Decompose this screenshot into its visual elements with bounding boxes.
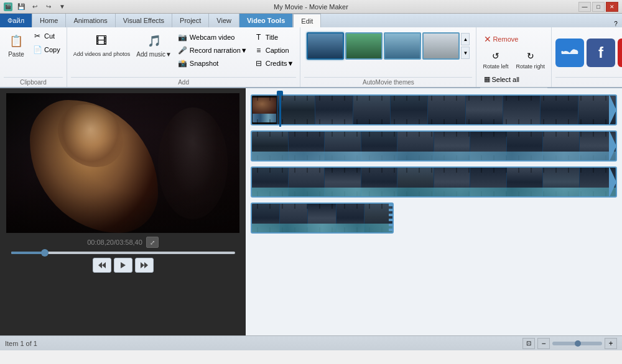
zoom-slider-thumb[interactable] xyxy=(575,340,581,347)
themes-scroll-up[interactable]: ▲ xyxy=(461,33,470,45)
paste-button[interactable]: 📋 Paste xyxy=(4,30,29,60)
select-all-icon: ▦ xyxy=(484,75,490,83)
theme-1[interactable] xyxy=(307,32,344,60)
theme-3[interactable] xyxy=(384,32,421,60)
timeline-strip-3[interactable] xyxy=(251,166,617,198)
music-icon: 🎵 xyxy=(144,31,164,51)
tab-animations[interactable]: Animations xyxy=(66,14,115,27)
tab-edit[interactable]: Edit xyxy=(293,14,321,27)
webcam-video-button[interactable]: 📷 Webcam video xyxy=(175,31,250,43)
editing-section: ✕ Remove ↺ Rotate left ↻ Rotate right ▦ … xyxy=(476,27,552,87)
app-title: My Movie - Movie Maker xyxy=(274,3,348,11)
timeline-strip-1-container xyxy=(251,94,617,125)
prev-frame-btn[interactable] xyxy=(93,258,111,273)
snapshot-button[interactable]: 📸 Snapshot xyxy=(175,57,250,70)
select-all-button[interactable]: ▦ Select all xyxy=(480,73,523,86)
onedrive-button[interactable] xyxy=(555,39,584,67)
credits-button[interactable]: ⊟ Credits▼ xyxy=(251,57,297,70)
qat-dropdown-btn[interactable]: ▼ xyxy=(56,1,68,12)
cut-button[interactable]: ✂ Cut xyxy=(30,30,63,42)
clipboard-content: 📋 Paste ✂ Cut 📄 Copy xyxy=(4,30,63,76)
themes-thumbnails: ▲ ▼ xyxy=(304,30,472,62)
svg-marker-3 xyxy=(102,262,106,268)
editing-content: ✕ Remove ↺ Rotate left ↻ Rotate right ▦ … xyxy=(480,30,547,86)
close-btn[interactable]: ✕ xyxy=(606,2,618,12)
ribbon-help-btn[interactable]: ? xyxy=(610,20,622,27)
redo-qat-btn[interactable]: ↪ xyxy=(42,1,55,12)
add-videos-button[interactable]: 🎞 Add videos and photos xyxy=(71,30,133,59)
zoom-in-btn[interactable]: + xyxy=(605,338,617,349)
playback-controls xyxy=(93,258,154,273)
timeline-strip-1[interactable] xyxy=(251,94,617,125)
tab-file[interactable]: Файл xyxy=(0,14,32,27)
fit-view-btn[interactable]: ⊡ xyxy=(522,338,535,349)
tab-video-tools[interactable]: Video Tools xyxy=(239,14,293,27)
theme-2[interactable] xyxy=(345,32,383,60)
play-btn[interactable] xyxy=(114,258,132,273)
share-label: Share xyxy=(555,77,622,86)
timeline-strip-2[interactable] xyxy=(251,130,617,162)
fullscreen-btn[interactable]: ⤢ xyxy=(146,237,159,248)
title-bar: 🎬 💾 ↩ ↪ ▼ My Movie - Movie Maker — □ ✕ xyxy=(0,0,622,14)
seek-bar-row xyxy=(11,252,235,254)
zoom-slider[interactable] xyxy=(552,342,602,345)
rotate-left-button[interactable]: ↺ Rotate left xyxy=(480,47,511,71)
rotate-right-button[interactable]: ↻ Rotate right xyxy=(513,47,547,71)
paste-icon: 📋 xyxy=(6,31,26,51)
title-button[interactable]: T Title xyxy=(251,31,297,43)
strip2-arrow xyxy=(609,130,616,162)
tab-project[interactable]: Project xyxy=(172,14,209,27)
strip2-waveform xyxy=(252,152,616,160)
title-bar-left: 🎬 💾 ↩ ↪ ▼ xyxy=(4,1,68,12)
tab-visual-effects[interactable]: Visual Effects xyxy=(116,14,172,27)
record-narration-button[interactable]: 🎤 Record narration▼ xyxy=(175,44,250,57)
tab-home[interactable]: Home xyxy=(32,14,66,27)
strip3-arrow xyxy=(609,166,616,198)
facebook-icon: f xyxy=(598,44,603,61)
remove-button[interactable]: ✕ Remove xyxy=(480,32,522,46)
maximize-btn[interactable]: □ xyxy=(592,2,605,12)
timeline-strip-4[interactable] xyxy=(251,202,394,234)
theme-4[interactable] xyxy=(422,32,460,60)
main-content: 00:08,20/03:58,40 ⤢ xyxy=(0,88,622,335)
strip1-arrow xyxy=(609,94,616,125)
webcam-icon: 📷 xyxy=(178,32,188,42)
copy-button[interactable]: 📄 Copy xyxy=(30,43,63,56)
add-content: 🎞 Add videos and photos 🎵 Add music▼ 📷 W… xyxy=(71,30,297,76)
strip3-waveform xyxy=(252,188,616,196)
media-options-group: 📷 Webcam video 🎤 Record narration▼ 📸 Sna… xyxy=(175,31,250,70)
prev-frame-icon xyxy=(98,262,106,269)
caption-button[interactable]: ≡ Caption xyxy=(251,44,297,57)
cut-icon: ✂ xyxy=(32,31,42,41)
share-section: f V 💾 Save movie▼ 👤 Sign in Share xyxy=(552,27,622,87)
minimize-btn[interactable]: — xyxy=(578,2,591,12)
copy-icon: 📄 xyxy=(32,45,42,55)
next-frame-icon xyxy=(140,262,149,269)
zoom-out-btn[interactable]: − xyxy=(537,338,550,349)
youtube-button[interactable] xyxy=(618,39,622,67)
automovie-content: ▲ ▼ xyxy=(304,30,472,76)
save-qat-btn[interactable]: 💾 xyxy=(15,1,27,12)
status-bar: Item 1 of 1 ⊡ − + xyxy=(0,335,622,350)
ribbon: 📋 Paste ✂ Cut 📄 Copy Clipboard 🎞 Add vid… xyxy=(0,27,622,88)
next-frame-btn[interactable] xyxy=(135,258,154,273)
tab-view[interactable]: View xyxy=(209,14,239,27)
seek-bar[interactable] xyxy=(11,252,235,254)
facebook-button[interactable]: f xyxy=(587,39,615,67)
cut-copy-group: ✂ Cut 📄 Copy xyxy=(30,30,63,56)
svg-marker-4 xyxy=(121,262,126,268)
themes-scroll[interactable]: ▲ ▼ xyxy=(461,33,470,59)
seek-thumb[interactable] xyxy=(41,249,49,257)
preview-panel: 00:08,20/03:58,40 ⤢ xyxy=(0,88,246,335)
status-item-count: Item 1 of 1 xyxy=(5,340,37,347)
rotate-left-icon: ↺ xyxy=(488,48,503,63)
text-options-group: T Title ≡ Caption ⊟ Credits▼ xyxy=(251,31,297,70)
add-music-button[interactable]: 🎵 Add music▼ xyxy=(134,30,174,60)
add-label: Add xyxy=(71,77,297,86)
themes-scroll-down[interactable]: ▼ xyxy=(461,47,470,59)
strip4-waveform xyxy=(252,224,392,232)
status-right: ⊡ − + xyxy=(522,338,617,349)
playhead xyxy=(279,93,281,127)
rotate-right-icon: ↻ xyxy=(523,48,538,63)
undo-qat-btn[interactable]: ↩ xyxy=(29,1,41,12)
